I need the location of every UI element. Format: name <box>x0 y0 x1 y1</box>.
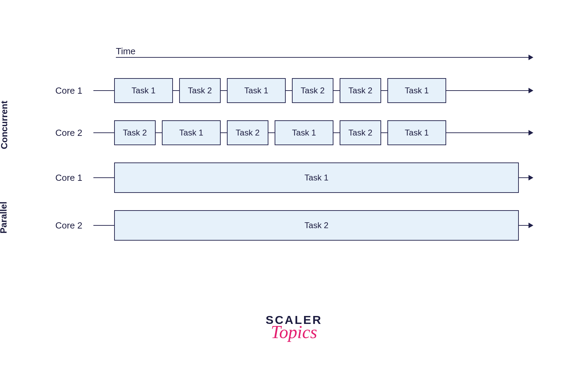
tasks-wrap: Task 2 Task 1 Task 2 Task 1 Task 2 Task … <box>114 120 446 145</box>
core-label: Core 1 <box>55 173 93 183</box>
timeline: Task 1 Task 2 Task 1 Task 2 Task 2 Task … <box>93 78 533 103</box>
task-box: Task 2 <box>227 120 268 145</box>
time-axis-arrow <box>116 54 533 61</box>
arrow-right-icon <box>529 130 533 136</box>
task-box: Task 2 <box>179 78 221 103</box>
time-row: Time <box>116 41 533 61</box>
core-label: Core 1 <box>55 85 93 96</box>
arrow-right-icon <box>529 88 533 93</box>
core-label: Core 2 <box>55 128 93 138</box>
task-box: Task 2 <box>114 120 156 145</box>
section-label-parallel: Parallel <box>0 192 9 234</box>
section-label-concurrent: Concurrent <box>0 94 10 149</box>
timeline: Task 2 Task 1 Task 2 Task 1 Task 2 Task … <box>93 120 533 145</box>
diagram-container: Time Concurrent Core 1 Task 1 Task 2 Tas… <box>55 41 533 258</box>
concurrent-core1-row: Core 1 Task 1 Task 2 Task 1 Task 2 Task … <box>55 78 533 103</box>
task-box: Task 1 <box>387 78 446 103</box>
task-box: Task 1 <box>227 78 286 103</box>
timeline: Task 2 <box>93 210 533 241</box>
parallel-core2-row: Core 2 Task 2 <box>55 210 533 241</box>
task-box: Task 2 <box>292 78 333 103</box>
brand-logo: SCALER Topics <box>266 313 322 342</box>
task-box: Task 1 <box>114 78 173 103</box>
timeline: Task 1 <box>93 162 533 193</box>
tasks-wrap: Task 1 Task 2 Task 1 Task 2 Task 2 Task … <box>114 78 446 103</box>
arrow-right-icon <box>529 223 533 228</box>
logo-text-topics: Topics <box>266 322 322 342</box>
task-box: Task 1 <box>387 120 446 145</box>
task-box: Task 1 <box>114 162 519 193</box>
task-box: Task 1 <box>275 120 333 145</box>
task-box: Task 2 <box>114 210 519 241</box>
parallel-section: Core 1 Task 1 Core 2 Task 2 <box>55 162 533 241</box>
task-box: Task 2 <box>340 120 381 145</box>
concurrent-core2-row: Core 2 Task 2 Task 1 Task 2 Task 1 Task … <box>55 120 533 145</box>
task-box: Task 1 <box>162 120 221 145</box>
parallel-core1-row: Core 1 Task 1 <box>55 162 533 193</box>
core-label: Core 2 <box>55 220 93 231</box>
arrow-right-icon <box>529 55 533 60</box>
arrow-right-icon <box>529 175 533 180</box>
task-box: Task 2 <box>340 78 381 103</box>
